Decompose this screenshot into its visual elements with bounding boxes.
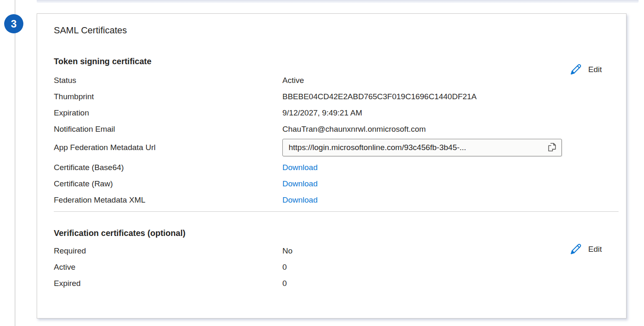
edit-verification-certificates-button[interactable]: Edit bbox=[567, 242, 604, 257]
verification-certificates-heading: Verification certificates (optional) bbox=[54, 228, 609, 238]
federation-metadata-xml-label: Federation Metadata XML bbox=[54, 196, 282, 205]
thumbprint-row: Thumbprint BBEBE04CD42E2ABD765C3F019C169… bbox=[54, 88, 609, 105]
expiration-value: 9/12/2027, 9:49:21 AM bbox=[282, 108, 362, 118]
thumbprint-label: Thumbprint bbox=[54, 92, 282, 101]
token-certificate-detail-rows: Status Active Thumbprint BBEBE04CD42E2AB… bbox=[54, 72, 609, 208]
required-label: Required bbox=[54, 246, 282, 256]
notification-email-value: ChauTran@chaunxnrwl.onmicrosoft.com bbox=[282, 125, 426, 134]
status-value: Active bbox=[282, 76, 304, 85]
expired-count-value: 0 bbox=[282, 279, 287, 288]
notification-email-label: Notification Email bbox=[54, 125, 282, 134]
page-title: SAML Certificates bbox=[54, 25, 609, 36]
federation-metadata-xml-download-link[interactable]: Download bbox=[282, 196, 318, 205]
active-count-row: Active 0 bbox=[54, 259, 609, 275]
edit-token-signing-certificate-button[interactable]: Edit bbox=[567, 62, 604, 77]
certificate-raw-download-link[interactable]: Download bbox=[282, 179, 318, 188]
expiration-row: Expiration 9/12/2027, 9:49:21 AM bbox=[54, 105, 609, 121]
certificate-base64-label: Certificate (Base64) bbox=[54, 163, 282, 172]
app-federation-metadata-url-value: https://login.microsoftonline.com/93c456… bbox=[289, 143, 466, 152]
expiration-label: Expiration bbox=[54, 108, 282, 118]
token-signing-certificate-heading: Token signing certificate bbox=[54, 56, 609, 66]
federation-metadata-xml-row: Federation Metadata XML Download bbox=[54, 192, 609, 208]
expired-count-row: Expired 0 bbox=[54, 275, 609, 291]
notification-email-row: Notification Email ChauTran@chaunxnrwl.o… bbox=[54, 121, 609, 137]
download-rows: Certificate (Base64) Download Certificat… bbox=[54, 159, 609, 208]
required-row: Required No bbox=[54, 243, 609, 259]
status-label: Status bbox=[54, 76, 282, 85]
section-divider bbox=[54, 211, 619, 212]
certificate-base64-row: Certificate (Base64) Download bbox=[54, 159, 609, 176]
copy-icon bbox=[546, 142, 557, 154]
app-federation-metadata-url-field[interactable]: https://login.microsoftonline.com/93c456… bbox=[282, 139, 562, 156]
certificate-base64-download-link[interactable]: Download bbox=[282, 163, 318, 172]
app-federation-metadata-url-row: App Federation Metadata Url https://logi… bbox=[54, 137, 609, 158]
status-row: Status Active bbox=[54, 72, 609, 88]
saml-certificates-card: SAML Certificates Token signing certific… bbox=[37, 13, 626, 318]
step-connector-line bbox=[15, 0, 15, 326]
app-federation-metadata-url-label: App Federation Metadata Url bbox=[54, 143, 282, 152]
verification-certificate-detail-rows: Required No Active 0 Expired 0 bbox=[54, 243, 609, 291]
expired-count-label: Expired bbox=[54, 279, 282, 288]
copy-url-button[interactable] bbox=[546, 142, 557, 154]
previous-card-bottom-edge bbox=[37, 0, 639, 3]
active-count-value: 0 bbox=[282, 263, 287, 272]
edit-button-label: Edit bbox=[588, 65, 602, 74]
edit-pencil-icon bbox=[569, 63, 582, 76]
edit-button-label: Edit bbox=[588, 245, 602, 254]
thumbprint-value: BBEBE04CD42E2ABD765C3F019C1696C1440DF21A bbox=[282, 92, 477, 101]
required-value: No bbox=[282, 246, 292, 256]
edit-pencil-icon bbox=[569, 243, 582, 256]
certificate-raw-row: Certificate (Raw) Download bbox=[54, 176, 609, 192]
step-number-badge: 3 bbox=[4, 14, 23, 33]
active-count-label: Active bbox=[54, 263, 282, 272]
certificate-raw-label: Certificate (Raw) bbox=[54, 179, 282, 188]
